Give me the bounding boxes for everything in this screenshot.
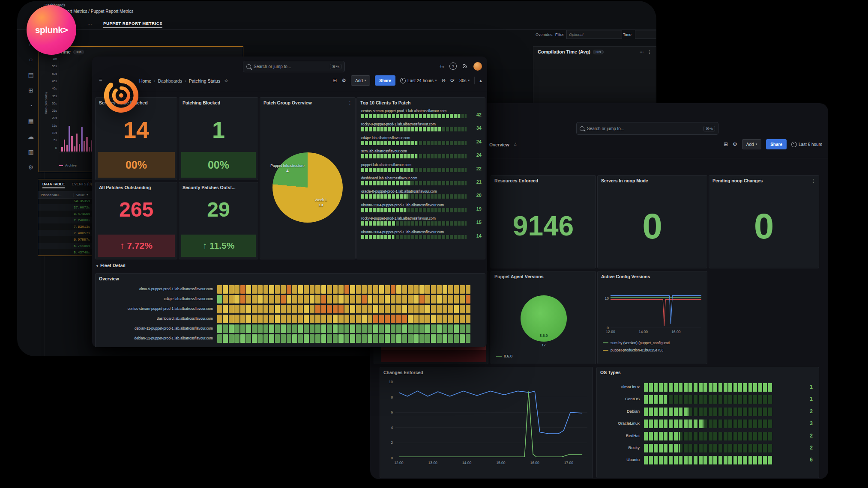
breadcrumb-overview[interactable]: Overview [489, 142, 509, 147]
os-row[interactable]: RedHat2 [600, 431, 815, 443]
refresh-icon[interactable]: ⟳ [450, 77, 455, 83]
os-value: 3 [810, 420, 813, 426]
tab-data-table[interactable]: DATA TABLE [42, 182, 65, 188]
favorite-star-icon[interactable]: ☆ [224, 78, 228, 83]
heatmap-cells [217, 324, 470, 333]
heatmap-cell [425, 305, 430, 313]
settings-gear-icon[interactable]: ⚙ [341, 77, 346, 83]
kebab-icon[interactable]: ⋮ [647, 50, 652, 54]
os-row[interactable]: Ubuntu6 [600, 455, 815, 467]
chart-legend[interactable]: sum by (version) (puppet_configurati [603, 339, 704, 346]
reports-icon[interactable]: ▤ [25, 69, 36, 80]
report-time-bar [61, 147, 63, 152]
settings-gear-icon[interactable]: ⚙ [733, 141, 737, 147]
kebab-menu-icon[interactable]: ⋮ [347, 100, 352, 106]
add-button[interactable]: Add▾ [742, 139, 761, 149]
tab-overflow-icon[interactable]: ⋯ [87, 21, 92, 27]
os-row[interactable]: CentOS1 [600, 394, 815, 406]
refresh-interval-picker[interactable]: 30s ▾ [459, 78, 470, 83]
client-row[interactable]: rocky-8-puppet-prod-1.lab.albatrossflavo… [361, 122, 482, 135]
heatmap-cell [356, 305, 361, 313]
client-row[interactable]: oracle-8-puppet-prod-1.lab.albatrossflav… [361, 189, 482, 202]
heatmap-cell [252, 305, 257, 313]
user-avatar[interactable] [473, 62, 482, 71]
heatmap-cell [240, 295, 245, 304]
client-row[interactable]: dashboard.lab.albatrossflavour.com21 [361, 176, 482, 189]
favorite-star-icon[interactable]: ☆ [513, 142, 518, 147]
cloud-icon[interactable]: ☁ [25, 131, 36, 142]
breadcrumb-separator: › [154, 78, 156, 83]
heatmap-cell [419, 285, 425, 294]
heatmap-cell [252, 285, 257, 294]
client-row[interactable]: ubuntu-2004-puppet-prod-1.lab.albatrossf… [361, 230, 482, 243]
search-input[interactable]: Search or jump to... ⌘+k [576, 122, 718, 135]
filter-input[interactable] [566, 30, 622, 39]
heatmap-cell [257, 295, 263, 304]
heatmap-cell [385, 295, 390, 304]
hamburger-menu-icon[interactable]: ≡ [99, 77, 102, 83]
os-row[interactable]: Debian2 [600, 406, 815, 418]
x-tick-label: 16:00 [669, 330, 683, 334]
dashboards-icon[interactable]: ⊞ [25, 85, 36, 96]
os-row[interactable]: AlmaLinux1 [600, 382, 815, 394]
settings-icon[interactable]: ⚙ [25, 162, 36, 173]
dashboard-toolbar: ⊞ ⚙ Add▾ Share Last 24 hours ▾ ⊖ ⟳ 30s ▾… [332, 75, 482, 86]
time-range-picker[interactable]: Last 6 hours [791, 142, 822, 147]
new-plus-icon[interactable]: +▾ [439, 63, 444, 69]
client-host: ubuntu-2204-puppet-prod-1.lab.albatrossf… [361, 203, 468, 207]
client-row[interactable]: scm.lab.albatrossflavour.com24 [361, 149, 482, 162]
tab-puppet-report-metrics[interactable]: PUPPET REPORT METRICS [103, 21, 162, 28]
kebab-menu-icon[interactable]: ⋮ [811, 178, 816, 184]
sort-caret-icon[interactable]: ▾ [87, 193, 88, 196]
os-row[interactable]: OracleLinux3 [600, 418, 815, 430]
help-icon[interactable]: ? [449, 62, 457, 70]
datasets-icon[interactable]: ▦ [25, 116, 36, 127]
heatmap-cell [287, 324, 292, 333]
search-icon[interactable]: ○ [25, 54, 36, 65]
tab-events[interactable]: EVENTS (0) [72, 182, 92, 186]
alerts-icon[interactable]: ◔ [25, 100, 36, 111]
heatmap-cell [287, 285, 292, 294]
heatmap-cell [460, 315, 465, 323]
breadcrumb-home[interactable]: Home [139, 78, 151, 83]
column-pinned[interactable]: Pinned valu... [38, 193, 74, 197]
os-label: OracleLinux [600, 421, 640, 426]
chart-legend[interactable]: puppet-production-81b6025e753 [603, 346, 704, 354]
os-row[interactable]: Rocky2 [600, 443, 815, 455]
search-input[interactable]: Search or jump to... ⌘+k [243, 61, 345, 72]
heatmap-cell [368, 334, 373, 343]
breadcrumb: Overview ☆ [489, 142, 518, 147]
pinned-cell [38, 211, 71, 217]
client-row[interactable]: puppet.lab.albatrossflavour.com22 [361, 163, 482, 176]
more-icon[interactable]: ⋯ [640, 50, 644, 54]
client-row[interactable]: centos-stream-puppet-prod-1.lab.albatros… [361, 109, 482, 122]
time-range-picker[interactable]: Last 24 hours ▾ [400, 78, 437, 83]
interval-badge[interactable]: 30s [73, 50, 84, 54]
interval-badge[interactable]: 30s [593, 50, 604, 54]
add-panel-icon[interactable]: ⊞ [724, 141, 728, 147]
add-button[interactable]: Add▾ [351, 75, 370, 86]
chart-legend[interactable]: Archive [59, 164, 77, 167]
heatmap-cell [391, 315, 396, 323]
zoom-out-icon[interactable]: ⊖ [441, 77, 446, 83]
fleet-detail-section-toggle[interactable]: ▾Fleet Detail [96, 263, 126, 268]
client-row[interactable]: rocky-9-puppet-prod-1.lab.albatrossflavo… [361, 216, 482, 229]
heatmap-cell [373, 315, 378, 323]
breadcrumb-dashboards[interactable]: Dashboards [158, 78, 183, 83]
client-row[interactable]: ubuntu-2204-puppet-prod-1.lab.albatrossf… [361, 203, 482, 216]
collapse-chevron-icon[interactable]: ▴ [479, 77, 482, 83]
share-button[interactable]: Share [766, 139, 787, 149]
client-row[interactable]: cd4pe.lab.albatrossflavour.com24 [361, 136, 482, 149]
share-button[interactable]: Share [375, 75, 395, 86]
time-input[interactable] [635, 30, 656, 39]
chart-legend[interactable]: 8.6.0 [496, 354, 512, 358]
rss-icon[interactable] [462, 63, 468, 69]
servers-noop-panel: Servers In noop Mode 0 [597, 175, 707, 268]
heatmap-cell [419, 324, 425, 333]
heatmap-cell [362, 324, 367, 333]
add-panel-icon[interactable]: ⊞ [332, 77, 337, 83]
heatmap-cell [246, 305, 251, 313]
jobs-icon[interactable]: ▥ [25, 146, 36, 158]
column-value[interactable]: Value [74, 193, 85, 197]
breadcrumb-patching-status[interactable]: Patching Status [189, 78, 221, 83]
